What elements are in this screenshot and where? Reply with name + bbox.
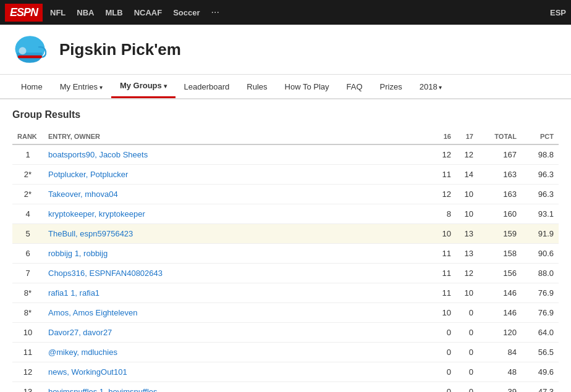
nav-ncaaf[interactable]: NCAAF <box>134 8 163 17</box>
entry-link[interactable]: TheBull, espn59756423 <box>48 229 133 238</box>
cell-pct: 91.9 <box>522 224 559 244</box>
cell-entry: Potplucker, Potplucker <box>43 165 434 185</box>
cell-total: 160 <box>478 204 522 224</box>
cell-rank: 2* <box>12 185 43 204</box>
entry-link[interactable]: boyimsnuffles 1, boyimsnuffles <box>48 387 158 392</box>
cell-entry: TheBull, espn59756423 <box>43 224 434 244</box>
cell-total: 146 <box>478 283 522 303</box>
cell-entry: rafia1 1, rafia1 <box>43 283 434 303</box>
cell-pct: 88.0 <box>522 264 559 283</box>
cell-pct: 98.8 <box>522 144 559 165</box>
cell-pct: 96.3 <box>522 185 559 204</box>
entry-link[interactable]: Davor27, davor27 <box>48 328 112 337</box>
entry-link[interactable]: news, WorkingOut101 <box>48 367 127 377</box>
entry-link[interactable]: robbijg 1, robbijg <box>48 249 108 258</box>
cell-total: 163 <box>478 165 522 185</box>
top-navigation: ESPN NFL NBA MLB NCAAF Soccer ··· ESP <box>0 0 571 25</box>
cell-w16: 0 <box>434 362 456 382</box>
cell-rank: 5 <box>12 224 43 244</box>
cell-rank: 12 <box>12 362 43 382</box>
table-row: 2* Takeover, mhova04 12 10 163 96.3 <box>12 185 559 204</box>
cell-w16: 10 <box>434 224 456 244</box>
nav-nfl[interactable]: NFL <box>50 8 66 17</box>
cell-w16: 8 <box>434 204 456 224</box>
cell-w16: 10 <box>434 303 456 323</box>
cell-entry: news, WorkingOut101 <box>43 362 434 382</box>
entry-link[interactable]: Amos, Amos Eighteleven <box>48 308 138 317</box>
nav-home[interactable]: Home <box>12 76 51 98</box>
table-header-row: RANK ENTRY, OWNER 16 17 TOTAL PCT <box>12 129 559 144</box>
cell-total: 163 <box>478 185 522 204</box>
cell-w17: 0 <box>456 362 478 382</box>
cell-w17: 0 <box>456 382 478 393</box>
cell-rank: 8* <box>12 283 43 303</box>
nav-my-entries[interactable]: My Entries <box>51 76 111 98</box>
col-rank: RANK <box>12 129 43 144</box>
cell-w17: 12 <box>456 264 478 283</box>
cell-total: 48 <box>478 362 522 382</box>
cell-total: 167 <box>478 144 522 165</box>
cell-pct: 96.3 <box>522 165 559 185</box>
cell-pct: 47.3 <box>522 382 559 393</box>
nav-rules[interactable]: Rules <box>238 76 276 98</box>
results-table: RANK ENTRY, OWNER 16 17 TOTAL PCT 1 boat… <box>12 129 559 392</box>
entry-link[interactable]: rafia1 1, rafia1 <box>48 288 99 298</box>
entry-link[interactable]: @mikey, mdluchies <box>48 348 117 357</box>
table-row: 6 robbijg 1, robbijg 11 13 158 90.6 <box>12 244 559 264</box>
espn-logo[interactable]: ESPN <box>5 4 43 22</box>
table-row: 5 TheBull, espn59756423 10 13 159 91.9 <box>12 224 559 244</box>
nav-soccer[interactable]: Soccer <box>173 8 200 17</box>
cell-w16: 11 <box>434 283 456 303</box>
cell-w16: 0 <box>434 343 456 362</box>
col-pct: PCT <box>522 129 559 144</box>
cell-rank: 6 <box>12 244 43 264</box>
cell-w17: 10 <box>456 204 478 224</box>
app-header: Pigskin Pick'em <box>0 25 571 75</box>
col-total: TOTAL <box>478 129 522 144</box>
entry-link[interactable]: boatsports90, Jacob Sheets <box>48 150 148 159</box>
table-row: 13 boyimsnuffles 1, boyimsnuffles 0 0 39… <box>12 382 559 393</box>
entry-link[interactable]: kryptokeeper, kryptokeeper <box>48 209 145 219</box>
main-content: Group Results RANK ENTRY, OWNER 16 17 TO… <box>0 99 571 392</box>
nav-leaderboard[interactable]: Leaderboard <box>176 76 239 98</box>
entry-link[interactable]: Takeover, mhova04 <box>48 190 118 199</box>
cell-w16: 0 <box>434 382 456 393</box>
app-title: Pigskin Pick'em <box>59 40 181 59</box>
cell-w16: 11 <box>434 264 456 283</box>
nav-my-groups[interactable]: My Groups <box>111 75 176 98</box>
cell-total: 146 <box>478 303 522 323</box>
cell-w17: 0 <box>456 323 478 343</box>
cell-w16: 12 <box>434 185 456 204</box>
cell-pct: 64.0 <box>522 323 559 343</box>
table-row: 8* rafia1 1, rafia1 11 10 146 76.9 <box>12 283 559 303</box>
table-row: 8* Amos, Amos Eighteleven 10 0 146 76.9 <box>12 303 559 323</box>
cell-entry: robbijg 1, robbijg <box>43 244 434 264</box>
cell-rank: 7 <box>12 264 43 283</box>
nav-nba[interactable]: NBA <box>77 8 94 17</box>
cell-rank: 1 <box>12 144 43 165</box>
cell-entry: Takeover, mhova04 <box>43 185 434 204</box>
nav-prizes[interactable]: Prizes <box>371 76 411 98</box>
cell-total: 156 <box>478 264 522 283</box>
cell-w17: 12 <box>456 144 478 165</box>
nav-mlb[interactable]: MLB <box>105 8 122 17</box>
entry-link[interactable]: Chops316, ESPNFAN40802643 <box>48 269 163 278</box>
cell-rank: 4 <box>12 204 43 224</box>
cell-total: 158 <box>478 244 522 264</box>
svg-rect-1 <box>18 56 42 59</box>
helmet-icon <box>12 31 49 68</box>
cell-w16: 0 <box>434 323 456 343</box>
cell-total: 39 <box>478 382 522 393</box>
cell-w17: 10 <box>456 185 478 204</box>
cell-pct: 56.5 <box>522 343 559 362</box>
cell-entry: kryptokeeper, kryptokeeper <box>43 204 434 224</box>
secondary-navigation: Home My Entries My Groups Leaderboard Ru… <box>0 75 571 99</box>
nav-faq[interactable]: FAQ <box>338 76 371 98</box>
cell-w16: 11 <box>434 165 456 185</box>
nav-how-to-play[interactable]: How To Play <box>276 76 338 98</box>
cell-total: 159 <box>478 224 522 244</box>
entry-link[interactable]: Potplucker, Potplucker <box>48 170 128 179</box>
cell-pct: 90.6 <box>522 244 559 264</box>
nav-more[interactable]: ··· <box>211 7 219 18</box>
nav-2018[interactable]: 2018 <box>411 76 451 98</box>
